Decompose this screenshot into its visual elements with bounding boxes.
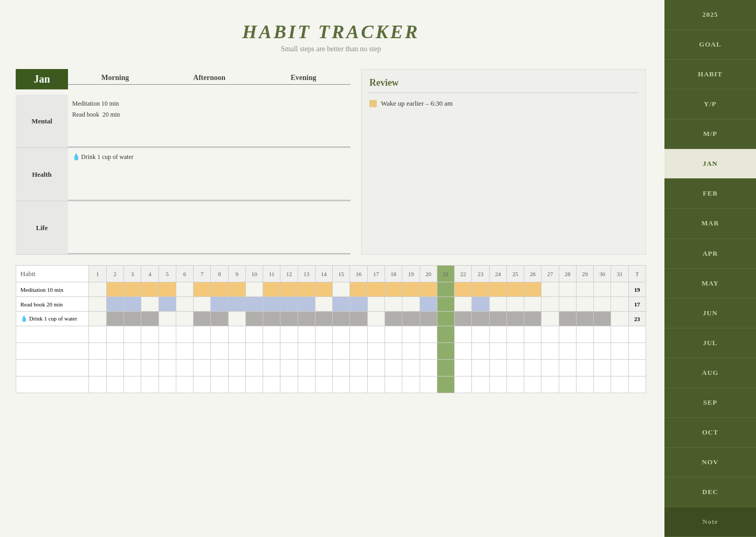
tracker-cell-day-5[interactable] [159, 297, 176, 312]
tracker-cell-day-7[interactable] [194, 282, 211, 297]
empty-tracker-cell[interactable] [420, 376, 437, 393]
sidebar-item-sep[interactable]: SEP [664, 388, 756, 418]
tracker-cell-day-11[interactable] [263, 282, 280, 297]
empty-tracker-cell[interactable] [263, 343, 280, 360]
sidebar-item-mar[interactable]: MAR [664, 209, 756, 238]
tracker-cell-day-1[interactable] [89, 312, 106, 326]
empty-tracker-cell[interactable] [124, 343, 141, 360]
tracker-cell-day-29[interactable] [576, 282, 593, 297]
tracker-cell-day-27[interactable] [541, 297, 559, 312]
empty-tracker-cell[interactable] [298, 326, 315, 343]
empty-tracker-cell[interactable] [159, 360, 176, 376]
tracker-cell-day-13[interactable] [298, 312, 315, 326]
sidebar-item-note[interactable]: Note [664, 507, 756, 537]
tracker-cell-day-28[interactable] [559, 297, 576, 312]
empty-tracker-cell[interactable] [89, 376, 106, 393]
empty-tracker-cell[interactable] [280, 343, 298, 360]
empty-tracker-cell[interactable] [245, 343, 263, 360]
empty-tracker-cell[interactable] [315, 326, 332, 343]
empty-tracker-cell[interactable] [176, 376, 193, 393]
empty-tracker-cell[interactable] [124, 360, 141, 376]
empty-tracker-cell[interactable] [106, 343, 123, 360]
empty-tracker-cell[interactable] [211, 376, 228, 393]
tracker-cell-day-3[interactable] [124, 282, 141, 297]
empty-tracker-cell[interactable] [228, 360, 245, 376]
tracker-cell-day-27[interactable] [541, 282, 559, 297]
empty-tracker-cell[interactable] [298, 360, 315, 376]
tracker-cell-day-7[interactable] [194, 297, 211, 312]
tracker-cell-day-25[interactable] [506, 297, 524, 312]
empty-tracker-cell[interactable] [524, 343, 541, 360]
tracker-cell-day-4[interactable] [141, 312, 159, 326]
tracker-cell-day-12[interactable] [280, 282, 298, 297]
tracker-cell-day-15[interactable] [333, 282, 350, 297]
empty-tracker-cell[interactable] [402, 376, 420, 393]
tracker-cell-day-20[interactable] [420, 297, 437, 312]
tracker-cell-day-21[interactable] [437, 282, 454, 297]
tracker-cell-day-26[interactable] [524, 312, 541, 326]
empty-tracker-cell[interactable] [211, 360, 228, 376]
empty-tracker-cell[interactable] [559, 326, 576, 343]
tracker-cell-day-21[interactable] [437, 297, 454, 312]
empty-tracker-cell[interactable] [455, 360, 472, 376]
tracker-cell-day-26[interactable] [524, 282, 541, 297]
empty-tracker-cell[interactable] [211, 326, 228, 343]
empty-tracker-cell[interactable] [455, 343, 472, 360]
empty-tracker-cell[interactable] [176, 360, 193, 376]
empty-tracker-cell[interactable] [176, 343, 193, 360]
tracker-cell-day-14[interactable] [315, 282, 332, 297]
sidebar-item-habit[interactable]: HABIT [664, 60, 756, 89]
tracker-cell-day-3[interactable] [124, 312, 141, 326]
empty-tracker-cell[interactable] [124, 326, 141, 343]
tracker-cell-day-15[interactable] [333, 312, 350, 326]
sidebar-item-oct[interactable]: OCT [664, 418, 756, 448]
tracker-cell-day-1[interactable] [89, 297, 106, 312]
sidebar-item-may[interactable]: MAY [664, 269, 756, 299]
sidebar-item-apr[interactable]: APR [664, 239, 756, 269]
empty-tracker-cell[interactable] [559, 376, 576, 393]
tracker-cell-day-28[interactable] [559, 282, 576, 297]
tracker-cell-day-30[interactable] [594, 312, 611, 326]
sidebar-item-goal[interactable]: GOAL [664, 30, 756, 60]
empty-tracker-cell[interactable] [367, 360, 385, 376]
empty-tracker-cell[interactable] [89, 343, 106, 360]
tracker-cell-day-2[interactable] [106, 297, 123, 312]
tracker-cell-day-5[interactable] [159, 282, 176, 297]
empty-tracker-cell[interactable] [594, 326, 611, 343]
empty-tracker-cell[interactable] [106, 360, 123, 376]
tracker-cell-day-28[interactable] [559, 312, 576, 326]
tracker-cell-day-1[interactable] [89, 282, 106, 297]
sidebar-item-m/p[interactable]: M/P [664, 119, 756, 149]
empty-tracker-cell[interactable] [350, 326, 367, 343]
empty-tracker-cell[interactable] [159, 343, 176, 360]
empty-tracker-cell[interactable] [576, 326, 593, 343]
empty-tracker-cell[interactable] [420, 343, 437, 360]
empty-tracker-cell[interactable] [559, 360, 576, 376]
empty-tracker-cell[interactable] [245, 360, 263, 376]
empty-tracker-cell[interactable] [367, 326, 385, 343]
empty-tracker-cell[interactable] [541, 360, 559, 376]
empty-tracker-cell[interactable] [437, 326, 454, 343]
tracker-cell-day-17[interactable] [367, 282, 385, 297]
sidebar-item-feb[interactable]: FEB [664, 179, 756, 209]
empty-tracker-cell[interactable] [611, 360, 628, 376]
tracker-cell-day-4[interactable] [141, 282, 159, 297]
empty-tracker-cell[interactable] [141, 343, 159, 360]
tracker-cell-day-27[interactable] [541, 312, 559, 326]
empty-tracker-cell[interactable] [106, 326, 123, 343]
empty-tracker-cell[interactable] [245, 326, 263, 343]
tracker-cell-day-6[interactable] [176, 312, 193, 326]
empty-tracker-cell[interactable] [594, 343, 611, 360]
tracker-cell-day-4[interactable] [141, 297, 159, 312]
empty-tracker-cell[interactable] [385, 376, 402, 393]
empty-tracker-cell[interactable] [367, 376, 385, 393]
empty-tracker-cell[interactable] [472, 343, 489, 360]
empty-tracker-cell[interactable] [333, 326, 350, 343]
empty-tracker-cell[interactable] [455, 376, 472, 393]
empty-tracker-cell[interactable] [576, 376, 593, 393]
empty-tracker-cell[interactable] [437, 376, 454, 393]
tracker-cell-day-10[interactable] [245, 297, 263, 312]
tracker-cell-day-5[interactable] [159, 312, 176, 326]
tracker-cell-day-23[interactable] [472, 312, 489, 326]
sidebar-item-dec[interactable]: DEC [664, 477, 756, 507]
